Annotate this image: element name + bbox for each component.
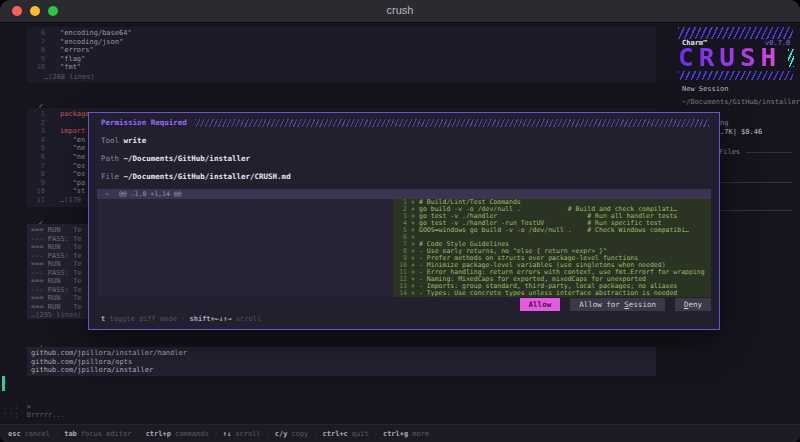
code-snippet-imports: 6"encoding/base64"7"encoding/json"8"erro… bbox=[31, 29, 132, 72]
title-bar: crush bbox=[0, 0, 800, 23]
diff-row-added: 13+- Imports: group standard, third-part… bbox=[393, 283, 711, 290]
code-line: 7 "os bbox=[31, 162, 90, 171]
dialog-field-path: Path ~/Documents/GitHub/installer bbox=[101, 154, 250, 163]
model-name-fragment: ng bbox=[720, 119, 728, 128]
diff-row-added: 6+ bbox=[393, 234, 711, 241]
logo-glitch-icon bbox=[788, 49, 794, 67]
output-line: github.com/jpillora/installer/handler bbox=[31, 349, 187, 358]
code-line: 9 "pa bbox=[31, 179, 90, 188]
test-collapsed-count[interactable]: …(295 lines) bbox=[31, 311, 82, 320]
code-line: 11…(170 bbox=[31, 196, 90, 205]
output-line: === RUN Te bbox=[31, 303, 82, 312]
output-line: === RUN Te bbox=[31, 260, 82, 269]
keybinding-hint: ·tabfocus editor bbox=[50, 430, 131, 438]
code-line: 7"encoding/json" bbox=[31, 38, 132, 47]
snippet-collapsed-count[interactable]: …(268 lines) bbox=[44, 73, 95, 82]
output-line: === RUN Te bbox=[31, 294, 82, 303]
hunk-range: @@ -1,0 +1,14 @@ bbox=[119, 190, 182, 198]
output-line: github.com/jpillora/opts bbox=[31, 358, 187, 367]
allow-button[interactable]: Allow bbox=[520, 298, 561, 311]
diff-row-added: 12+- Naming: MixedCaps for exported, mix… bbox=[393, 276, 711, 283]
keybinding-hint: ·ctrl+cquit bbox=[308, 430, 368, 438]
output-line: github.com/jpillora/installer bbox=[31, 366, 187, 375]
code-line: 10 "st bbox=[31, 187, 90, 196]
output-line: === RUN Te bbox=[31, 277, 82, 286]
status-bar: ·esccancel·tabfocus editor·ctrl+pcommand… bbox=[0, 424, 800, 442]
editor-caret[interactable] bbox=[2, 376, 5, 391]
allow-for-session-button[interactable]: Allow for Session bbox=[570, 298, 665, 311]
code-line: 6 "ne bbox=[31, 153, 90, 162]
code-line: 10"fmt" bbox=[31, 63, 132, 72]
keybinding-hint: ·ctrl+pcommands bbox=[131, 430, 208, 438]
test-output: === RUN Te--- PASS: Te=== RUN Te--- PASS… bbox=[31, 226, 82, 311]
dialog-buttons: Allow Allow for Session Deny bbox=[520, 298, 711, 311]
diff-row-added: 8+- Use early returns, no "else { return… bbox=[393, 248, 711, 255]
keybinding-hint: ·ctrl+gmore bbox=[369, 430, 429, 438]
code-line: 1package bbox=[31, 110, 90, 119]
diff-row-added: 9+- Prefer methods on structs over packa… bbox=[393, 255, 711, 262]
editor-drag-dots[interactable]: ::: bbox=[3, 403, 20, 411]
code-line: 5 "ne bbox=[31, 144, 90, 153]
diff-row-added: 3+go test -v ./handler # Run all handler… bbox=[393, 213, 711, 220]
deny-button[interactable]: Deny bbox=[675, 298, 711, 311]
brand-stripes-top bbox=[678, 27, 793, 39]
slash-pattern bbox=[195, 119, 709, 127]
dialog-field-tool: Tool write bbox=[101, 136, 146, 145]
dialog-title: Permission Required bbox=[101, 118, 187, 127]
keybinding-hint: ·c/ycopy bbox=[261, 430, 309, 438]
dialog-header: Permission Required bbox=[101, 118, 709, 127]
diff-viewer[interactable]: −@@ -1,0 +1,14 @@ 1+# Build/Lint/Test Co… bbox=[97, 189, 711, 297]
code-block: 1package23import4 "en5 "ne6 "ne7 "os8 "o… bbox=[31, 110, 90, 205]
dialog-field-file: File ~/Documents/GitHub/installer/CRUSH.… bbox=[101, 172, 291, 181]
keybinding-hint: ·esccancel bbox=[8, 430, 50, 438]
code-line: 3import bbox=[31, 127, 90, 136]
permission-dialog: Permission Required Tool write Path ~/Do… bbox=[88, 112, 720, 330]
diff-row-added: 7+# Code Style Guidelines bbox=[393, 241, 711, 248]
session-title: New Session bbox=[682, 85, 728, 94]
output-line: === RUN Te bbox=[31, 226, 82, 235]
diff-row-added: 4+go test -v ./handler -run TestUV # Run… bbox=[393, 220, 711, 227]
window-title: crush bbox=[0, 4, 800, 16]
prompt-text[interactable]: Brrrrr... bbox=[27, 411, 65, 419]
code-line: 9"flag" bbox=[31, 55, 132, 64]
diff-row-added: 1+# Build/Lint/Test Commands bbox=[393, 199, 711, 206]
output-line: --- PASS: Te bbox=[31, 252, 82, 261]
section-rule bbox=[720, 182, 792, 183]
keybinding-hint: ·↑↓scroll bbox=[209, 430, 261, 438]
output-line: --- PASS: Te bbox=[31, 269, 82, 278]
diff-row-added: 5+GOOS=windows go build -v -o /dev/null … bbox=[393, 227, 711, 234]
context-usage-fragment: .7K| $0.46 bbox=[720, 128, 762, 137]
files-section-header: Files bbox=[719, 148, 740, 157]
output-line: --- PASS: Te bbox=[31, 286, 82, 295]
diff-row-added: 2+go build -v -o /dev/null . # Build and… bbox=[393, 206, 711, 213]
diff-pane-new: 1+# Build/Lint/Test Commands2+go build -… bbox=[393, 199, 711, 297]
code-line: 2 bbox=[31, 119, 90, 128]
collapse-icon[interactable]: − bbox=[105, 190, 109, 198]
diff-row-added: 10+- Minimize package-level variables (u… bbox=[393, 262, 711, 269]
output-line: --- PASS: Te bbox=[31, 235, 82, 244]
code-line: 8"errors" bbox=[31, 46, 132, 55]
editor-drag-dots[interactable]: ::: bbox=[3, 411, 20, 419]
diff-hunk-header[interactable]: −@@ -1,0 +1,14 @@ bbox=[97, 189, 711, 199]
code-line: 6"encoding/base64" bbox=[31, 29, 132, 38]
diff-pane-old bbox=[97, 199, 393, 297]
code-line: 8 "os bbox=[31, 170, 90, 179]
prompt-arrow-icon: > bbox=[27, 403, 31, 411]
crush-logo: CRUSH bbox=[678, 47, 794, 68]
diff-row-added: 11+- Error handling: return errors with … bbox=[393, 269, 711, 276]
session-cwd: ~/Documents/GitHub/installer bbox=[682, 98, 800, 107]
code-line: 4 "en bbox=[31, 136, 90, 145]
crush-terminal-window: crush 6"encoding/base64"7"encoding/json"… bbox=[0, 0, 800, 442]
build-output: github.com/jpillora/installer/handlergit… bbox=[31, 349, 187, 375]
brand-stripes-bottom bbox=[678, 71, 793, 80]
section-rule bbox=[746, 152, 792, 153]
section-rule bbox=[720, 210, 792, 211]
output-line: === RUN Te bbox=[31, 243, 82, 252]
diff-row-added: 14+- Types: Use concrete types unless in… bbox=[393, 290, 711, 297]
dialog-hint: t toggle diff mode · shift+←↓↑→ scroll bbox=[101, 315, 261, 323]
